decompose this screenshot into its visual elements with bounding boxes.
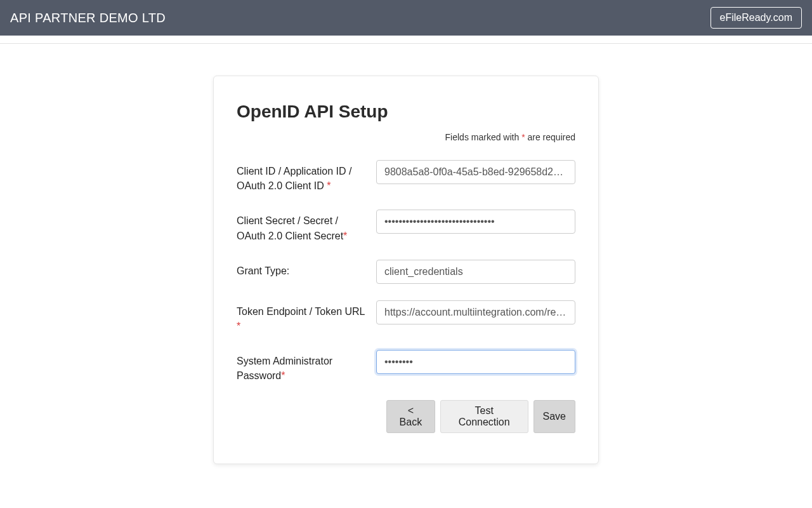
page-title: OpenID API Setup bbox=[237, 102, 575, 122]
label-client-secret-text: Client Secret / Secret / OAuth 2.0 Clien… bbox=[237, 215, 343, 241]
test-connection-button[interactable]: Test Connection bbox=[440, 400, 528, 433]
label-client-id-text: Client ID / Application ID / OAuth 2.0 C… bbox=[237, 166, 351, 191]
row-client-id: Client ID / Application ID / OAuth 2.0 C… bbox=[237, 160, 575, 193]
grant-type-input[interactable] bbox=[376, 260, 575, 284]
asterisk-icon: * bbox=[237, 321, 240, 331]
label-token-endpoint-text: Token Endpoint / Token URL bbox=[237, 306, 365, 317]
row-admin-password: System Administrator Password* bbox=[237, 350, 575, 383]
label-grant-type: Grant Type: bbox=[237, 260, 376, 278]
token-endpoint-input[interactable] bbox=[376, 300, 575, 324]
client-id-input[interactable] bbox=[376, 160, 575, 184]
label-grant-type-text: Grant Type: bbox=[237, 265, 289, 276]
brand-title: API PARTNER DEMO LTD bbox=[10, 11, 166, 25]
back-button[interactable]: < Back bbox=[386, 400, 435, 433]
content-area: OpenID API Setup Fields marked with * ar… bbox=[0, 44, 812, 464]
save-button[interactable]: Save bbox=[534, 400, 575, 433]
label-token-endpoint: Token Endpoint / Token URL * bbox=[237, 300, 376, 333]
asterisk-icon: * bbox=[343, 231, 347, 241]
button-row: < Back Test Connection Save bbox=[386, 400, 575, 433]
admin-password-input[interactable] bbox=[376, 350, 575, 374]
row-grant-type: Grant Type: bbox=[237, 260, 575, 284]
site-link-button[interactable]: eFileReady.com bbox=[710, 7, 802, 29]
label-client-id: Client ID / Application ID / OAuth 2.0 C… bbox=[237, 160, 376, 193]
row-token-endpoint: Token Endpoint / Token URL * bbox=[237, 300, 575, 333]
row-client-secret: Client Secret / Secret / OAuth 2.0 Clien… bbox=[237, 210, 575, 243]
required-note-prefix: Fields marked with bbox=[445, 132, 522, 142]
label-client-secret: Client Secret / Secret / OAuth 2.0 Clien… bbox=[237, 210, 376, 243]
top-bar: API PARTNER DEMO LTD eFileReady.com bbox=[0, 0, 812, 36]
asterisk-icon: * bbox=[281, 370, 285, 381]
required-note-suffix: are required bbox=[525, 132, 575, 142]
asterisk-icon: * bbox=[327, 180, 331, 191]
required-fields-note: Fields marked with * are required bbox=[237, 132, 575, 142]
sub-bar bbox=[0, 36, 812, 44]
setup-card: OpenID API Setup Fields marked with * ar… bbox=[213, 76, 599, 464]
label-admin-password: System Administrator Password* bbox=[237, 350, 376, 383]
client-secret-input[interactable] bbox=[376, 210, 575, 234]
